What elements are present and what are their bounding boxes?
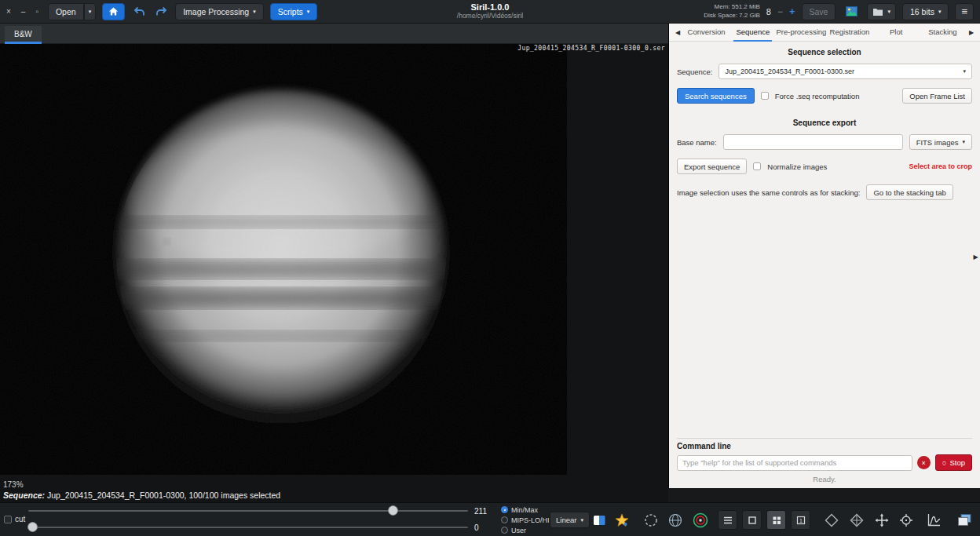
resource-usage: Mem: 551.2 MiB Disk Space: 7.2 GiB xyxy=(704,3,760,20)
go-to-stacking-label: Go to the stacking tab xyxy=(873,188,945,197)
close-icon[interactable]: × xyxy=(6,7,11,16)
export-sequence-button[interactable]: Export sequence xyxy=(677,159,747,174)
tab-stacking[interactable]: Stacking xyxy=(920,24,966,42)
bit-depth-label: 16 bits xyxy=(910,7,934,16)
tab-pre-processing[interactable]: Pre-processing xyxy=(776,24,826,42)
tab-bw[interactable]: B&W xyxy=(5,26,42,44)
chevron-down-icon: ▾ xyxy=(307,9,310,15)
open-frame-list-button[interactable]: Open Frame List xyxy=(902,88,972,104)
save-button[interactable]: Save xyxy=(802,3,836,20)
radio-icon xyxy=(501,527,508,534)
normalize-images-label: Normalize images xyxy=(767,162,827,171)
zoom-level: 173% xyxy=(3,480,24,489)
minimize-icon[interactable]: – xyxy=(21,7,26,16)
hamburger-icon: ≡ xyxy=(961,5,967,17)
memory-label: Mem: 551.2 MiB xyxy=(704,3,760,12)
radio-mips[interactable]: MIPS-LO/HI xyxy=(501,515,550,525)
cut-checkbox[interactable] xyxy=(4,516,12,523)
sequence-selection-heading: Sequence selection xyxy=(677,48,972,57)
force-seq-recompute-checkbox[interactable] xyxy=(761,92,769,100)
low-cutoff-slider[interactable] xyxy=(28,522,468,533)
radio-minmax[interactable]: Min/Max xyxy=(501,505,550,515)
slider-handle[interactable] xyxy=(27,522,38,532)
crosshair-box-icon[interactable] xyxy=(896,510,916,530)
cascade-windows-icon[interactable] xyxy=(955,510,975,530)
bit-depth-dropdown[interactable]: 16 bits ▾ xyxy=(902,3,949,20)
search-sequences-button[interactable]: Search sequences xyxy=(677,88,755,104)
square-outline-button[interactable] xyxy=(742,510,762,530)
high-cutoff-slider[interactable] xyxy=(28,505,468,516)
scripts-button[interactable]: Scripts ▾ xyxy=(270,3,318,20)
zoom-value: 8 xyxy=(766,7,771,16)
open-label: Open xyxy=(56,7,76,16)
close-icon: × xyxy=(922,459,926,467)
force-seq-recompute-label: Force .seq recomputation xyxy=(775,92,860,100)
display-controls-bar: cut 211 0 Min/Max MIPS-LO/HI User Linear… xyxy=(0,502,980,536)
export-sequence-label: Export sequence xyxy=(684,162,740,171)
lines-list-button[interactable] xyxy=(718,510,737,530)
open-button[interactable]: Open xyxy=(48,3,84,20)
open-frame-list-label: Open Frame List xyxy=(909,92,965,100)
tabs-scroll-left-icon[interactable]: ◀ xyxy=(672,29,683,36)
star-icon[interactable] xyxy=(612,510,631,530)
working-directory-button[interactable]: ▾ xyxy=(867,3,896,20)
tab-plot[interactable]: Plot xyxy=(873,24,920,42)
diamond-cross-icon[interactable] xyxy=(847,510,866,530)
clear-command-button[interactable]: × xyxy=(917,456,931,469)
control-panel: ◀ Conversion Sequence Pre-processing Reg… xyxy=(668,24,980,488)
disk-space-label: Disk Space: 7.2 GiB xyxy=(704,12,760,20)
diamond-outline-icon[interactable] xyxy=(821,510,841,530)
command-line-heading: Command line xyxy=(677,442,972,450)
zoom-in-button[interactable]: + xyxy=(789,5,795,17)
maximize-icon[interactable]: ▫ xyxy=(35,7,38,16)
export-format-value: FITS images xyxy=(916,138,959,147)
stop-label: Stop xyxy=(949,458,965,467)
normalize-images-checkbox[interactable] xyxy=(753,162,761,170)
tab-registration[interactable]: Registration xyxy=(826,24,872,42)
panel-tabs: ◀ Conversion Sequence Pre-processing Reg… xyxy=(669,24,980,42)
redo-button[interactable] xyxy=(153,4,169,20)
base-name-input[interactable] xyxy=(723,134,903,150)
folder-icon xyxy=(872,7,883,16)
globe-grid-icon[interactable] xyxy=(665,510,685,530)
sequence-combobox-value: Jup_200415_204534_R_F0001-0300.ser xyxy=(725,67,854,75)
slider-track[interactable] xyxy=(28,527,468,528)
sequence-combobox[interactable]: Jup_200415_204534_R_F0001-0300.ser ▾ xyxy=(719,64,972,79)
slider-handle[interactable] xyxy=(388,505,398,516)
stop-button[interactable]: ○ Stop xyxy=(935,454,972,471)
base-name-label: Base name: xyxy=(677,138,717,147)
sequence-tab-content: Sequence selection Sequence: Jup_200415_… xyxy=(669,42,980,488)
split-square-icon[interactable] xyxy=(589,510,609,530)
stop-circle-icon: ○ xyxy=(942,458,947,467)
radio-user[interactable]: User xyxy=(501,525,550,535)
tab-sequence[interactable]: Sequence xyxy=(730,24,776,42)
panel-collapse-handle[interactable]: ▶ xyxy=(971,249,980,264)
display-mode-dropdown[interactable]: Linear ▾ xyxy=(550,512,590,528)
grid-squares-button[interactable] xyxy=(766,510,786,530)
chevron-down-icon: ▾ xyxy=(963,68,966,75)
image-canvas[interactable] xyxy=(0,44,567,475)
tabs-scroll-right-icon[interactable]: ▶ xyxy=(966,29,977,36)
home-button[interactable] xyxy=(102,3,125,20)
histogram-icon[interactable] xyxy=(924,510,944,530)
tab-conversion[interactable]: Conversion xyxy=(683,24,730,42)
slider-track[interactable] xyxy=(28,510,468,512)
boxed-one-button[interactable]: 1 xyxy=(791,510,810,530)
menu-button[interactable]: ≡ xyxy=(955,3,974,20)
move-arrows-icon[interactable] xyxy=(872,510,891,530)
working-directory: /home/cyril/Vidéos/siril xyxy=(457,12,523,20)
command-input[interactable] xyxy=(677,455,912,471)
radio-mips-label: MIPS-LO/HI xyxy=(511,516,550,524)
dashed-circle-icon[interactable] xyxy=(641,510,660,530)
zoom-out-button[interactable]: − xyxy=(777,6,783,17)
export-format-dropdown[interactable]: FITS images ▾ xyxy=(909,134,972,150)
image-processing-button[interactable]: Image Processing ▾ xyxy=(175,3,264,20)
snapshot-button[interactable] xyxy=(842,3,861,20)
open-dropdown-button[interactable]: ▾ xyxy=(84,3,97,20)
concentric-circles-icon[interactable] xyxy=(690,510,710,530)
image-processing-label: Image Processing xyxy=(183,7,249,16)
status-text: Ready. xyxy=(677,475,972,483)
go-to-stacking-button[interactable]: Go to the stacking tab xyxy=(866,184,953,200)
undo-button[interactable] xyxy=(131,4,147,20)
display-range-radios: Min/Max MIPS-LO/HI User xyxy=(501,505,550,535)
